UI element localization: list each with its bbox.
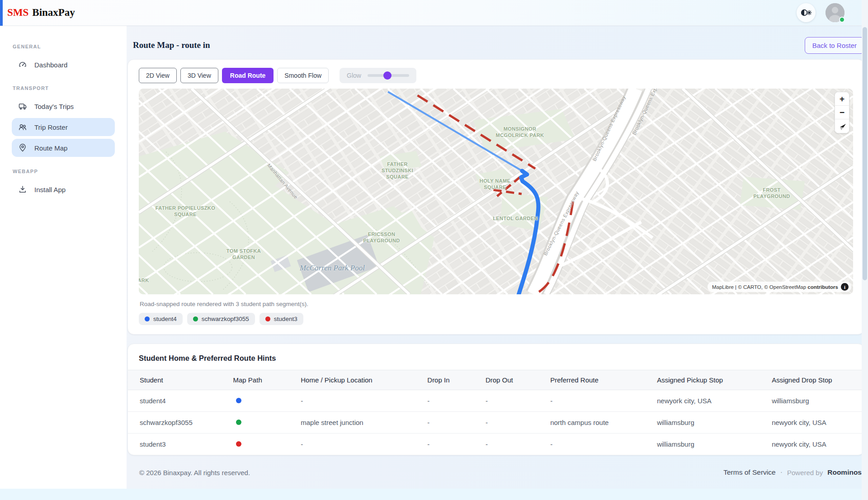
legend-chip-student4[interactable]: student4 xyxy=(139,313,183,325)
terms-of-service-link[interactable]: Terms of Service xyxy=(723,468,775,476)
contrast-sun-icon xyxy=(800,8,812,18)
app-root: SMSBinaxPay xyxy=(0,0,868,489)
footer: © 2026 Binaxpay. All rights reserved. Te… xyxy=(127,462,864,482)
info-icon[interactable]: i xyxy=(841,283,849,291)
path-color-dot xyxy=(236,398,241,403)
sidebar-item-label: Install App xyxy=(34,186,66,193)
zoom-out-button[interactable]: − xyxy=(835,106,849,119)
logo-prefix: SMS xyxy=(7,7,28,18)
map-render xyxy=(139,89,853,294)
col-student: Student xyxy=(128,370,226,390)
sidebar-section-transport: TRANSPORT xyxy=(13,85,115,91)
col-assigned-pickup: Assigned Pickup Stop xyxy=(650,370,764,390)
map-zoom-controls: + − xyxy=(835,92,849,133)
download-icon xyxy=(18,185,27,194)
page-scrollbar[interactable] xyxy=(862,0,868,500)
user-avatar[interactable] xyxy=(826,3,844,22)
sidebar-section-webapp: WEBAPP xyxy=(13,169,115,174)
view-3d-button[interactable]: 3D View xyxy=(180,68,218,83)
cell-home: - xyxy=(293,434,420,455)
legend-chip-schwarzkopf3055[interactable]: schwarzkopf3055 xyxy=(187,313,255,325)
sidebar-item-dashboard[interactable]: Dashboard xyxy=(12,56,115,74)
legend-label: student3 xyxy=(274,316,297,322)
cell-home: - xyxy=(293,390,420,412)
route-hints-table: Student Map Path Home / Pickup Location … xyxy=(128,370,864,455)
sidebar-item-label: Trip Roster xyxy=(34,123,68,131)
path-color-dot xyxy=(236,420,241,425)
cell-drop-out: - xyxy=(478,390,543,412)
sidebar-item-todays-trips[interactable]: Today's Trips xyxy=(12,97,115,115)
map-pin-icon xyxy=(18,143,27,152)
map-controls: 2D View 3D View Road Route Smooth Flow G… xyxy=(139,68,853,83)
col-preferred-route: Preferred Route xyxy=(543,370,650,390)
glow-slider-thumb[interactable] xyxy=(383,71,392,80)
road-route-button[interactable]: Road Route xyxy=(222,68,274,83)
compass-needle-icon xyxy=(838,122,847,131)
copyright-text: © 2026 Binaxpay. All rights reserved. xyxy=(139,469,250,476)
people-icon xyxy=(18,123,27,132)
col-drop-out: Drop Out xyxy=(478,370,543,390)
legend-dot-red xyxy=(265,316,270,321)
zoom-in-button[interactable]: + xyxy=(835,92,849,106)
sidebar-item-label: Dashboard xyxy=(34,61,67,69)
col-assigned-drop: Assigned Drop Stop xyxy=(764,370,864,390)
top-bar: SMSBinaxPay xyxy=(0,0,868,26)
map-canvas[interactable]: MONSIGNOR MCGOLRICK PARK FATHER STUDZINS… xyxy=(139,89,853,294)
cell-home: maple street junction xyxy=(293,412,420,434)
glow-control: Glow xyxy=(340,68,416,83)
sidebar: GENERAL Dashboard TRANSPORT xyxy=(0,26,127,489)
path-color-dot xyxy=(236,441,241,447)
cell-drop-out: - xyxy=(478,412,543,434)
sidebar-item-label: Route Map xyxy=(34,144,67,152)
table-row[interactable]: schwarzkopf3055 maple street junction - … xyxy=(128,412,864,434)
col-home-pickup: Home / Pickup Location xyxy=(293,370,420,390)
powered-by-brand[interactable]: Roominos xyxy=(827,468,862,476)
sidebar-item-route-map[interactable]: Route Map xyxy=(12,139,115,157)
cell-student: student3 xyxy=(128,434,226,455)
sidebar-item-trip-roster[interactable]: Trip Roster xyxy=(12,118,115,136)
sidebar-item-install-app[interactable]: Install App xyxy=(12,180,115,198)
theme-toggle-button[interactable] xyxy=(797,3,816,22)
smooth-flow-button[interactable]: Smooth Flow xyxy=(277,68,329,83)
cell-student: student4 xyxy=(128,390,226,412)
brand-accent-bar xyxy=(0,0,3,26)
gauge-icon xyxy=(18,60,27,69)
cell-preferred: north campus route xyxy=(543,412,650,434)
cell-drop-in: - xyxy=(420,412,478,434)
col-map-path: Map Path xyxy=(226,370,294,390)
cell-student: schwarzkopf3055 xyxy=(128,412,226,434)
cell-drop-stop: newyork city, USA xyxy=(764,434,864,455)
glow-slider[interactable] xyxy=(368,74,409,77)
compass-button[interactable] xyxy=(835,119,849,133)
sidebar-section-general: GENERAL xyxy=(13,44,115,49)
attribution-contributors[interactable]: contributors xyxy=(807,284,838,290)
col-drop-in: Drop In xyxy=(420,370,478,390)
route-map-card: 2D View 3D View Road Route Smooth Flow G… xyxy=(127,59,864,335)
table-row[interactable]: student4 - - - - newyork city, USA willi… xyxy=(128,390,864,412)
attribution-text: MapLibre | © CARTO, © OpenStreetMap xyxy=(712,284,806,290)
cell-drop-stop: newyork city, USA xyxy=(764,412,864,434)
legend-dot-green xyxy=(193,316,198,321)
back-to-roster-button[interactable]: Back to Roster xyxy=(805,37,864,54)
cell-drop-out: - xyxy=(478,434,543,455)
table-row[interactable]: student3 - - - - williamsburg newyork ci… xyxy=(128,434,864,455)
route-hints-card: Student Home & Preferred Route Hints Stu… xyxy=(127,344,864,455)
scrollbar-thumb[interactable] xyxy=(863,27,867,280)
legend-chip-student3[interactable]: student3 xyxy=(259,313,303,325)
powered-by-text: Powered by xyxy=(787,469,823,476)
cell-drop-stop: williamsburg xyxy=(764,390,864,412)
view-2d-button[interactable]: 2D View xyxy=(139,68,177,83)
cell-pickup-stop: williamsburg xyxy=(650,412,764,434)
route-legend: student4 schwarzkopf3055 student3 xyxy=(139,313,853,325)
map-caption: Road-snapped route rendered with 3 stude… xyxy=(140,301,853,307)
cell-pickup-stop: williamsburg xyxy=(650,434,764,455)
cell-drop-in: - xyxy=(420,434,478,455)
table-title: Student Home & Preferred Route Hints xyxy=(128,352,864,370)
legend-label: student4 xyxy=(153,316,177,322)
page-title: Route Map - route in xyxy=(133,40,210,50)
cell-preferred: - xyxy=(543,390,650,412)
cell-pickup-stop: newyork city, USA xyxy=(650,390,764,412)
legend-dot-blue xyxy=(145,316,150,321)
map-attribution: MapLibre | © CARTO, © OpenStreetMap cont… xyxy=(708,282,851,292)
sidebar-item-label: Today's Trips xyxy=(34,103,74,110)
